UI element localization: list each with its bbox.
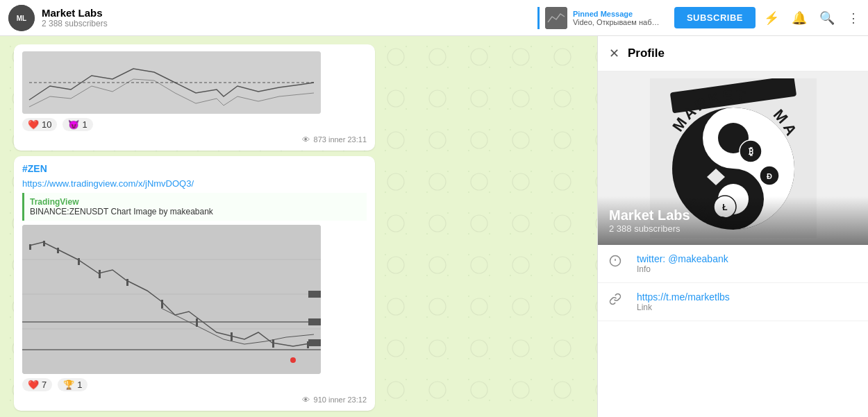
preview-source: TradingView (30, 197, 361, 207)
eye-icon-1: 👁 (302, 135, 310, 144)
preview-title: BINANCE:ZENUSDT Chart Image by makeabank (30, 207, 361, 216)
close-icon[interactable]: ✕ (609, 46, 619, 61)
reactions-1: ❤️ 10 😈 1 (22, 118, 367, 131)
svg-text:Ð: Ð (767, 172, 772, 180)
svg-rect-17 (161, 300, 163, 308)
svg-rect-18 (196, 318, 198, 327)
svg-text:ML: ML (17, 15, 26, 22)
reaction-emoji-2: ❤️ (28, 380, 39, 390)
reaction-emoji-1: ❤️ (28, 119, 39, 130)
pinned-text: Video, Открываем набор до 1... (573, 18, 663, 26)
profile-panel: ✕ Profile (597, 36, 868, 417)
chart-image-2 (22, 225, 321, 374)
svg-rect-25 (308, 339, 321, 346)
pinned-message[interactable]: Pinned Message Video, Открываем набор до… (537, 7, 663, 29)
link-value[interactable]: https://t.me/marketlbs (637, 291, 857, 303)
profile-info: twitter: @makeabank Info https://t.me/ma… (598, 245, 868, 321)
link-info-row: https://t.me/marketlbs Link (598, 283, 868, 321)
view-count-2: 910 (314, 395, 326, 404)
message-meta-2: 👁 910 inner 23:12 (22, 395, 367, 404)
message-block-1: ❤️ 10 😈 1 👁 873 inner 23:11 (14, 44, 375, 151)
channel-avatar: ML (8, 5, 35, 31)
svg-rect-20 (272, 339, 274, 348)
message-link[interactable]: https://www.tradingview.com/x/jNmvDOQ3/ (22, 178, 367, 189)
message-label-1: inner (328, 135, 345, 144)
info-label: Info (637, 264, 857, 274)
subscribe-button[interactable]: SUBSCRIBE (674, 7, 756, 28)
eye-icon-2: 👁 (302, 395, 310, 404)
reaction-count-1: 10 (42, 119, 51, 130)
message-hashtag: #ZEN (22, 163, 367, 174)
search-icon[interactable]: 🔍 (819, 10, 835, 26)
profile-channel-name: Market Labs (609, 207, 857, 223)
pinned-thumbnail (545, 7, 567, 29)
top-header: ML Market Labs 2 388 subscribers Pinned … (0, 0, 868, 36)
svg-rect-14 (78, 258, 80, 265)
view-count-1: 873 (314, 135, 326, 144)
main-layout: ❤️ 10 😈 1 👁 873 inner 23:11 #ZEN https:/… (0, 36, 868, 417)
svg-rect-15 (99, 270, 101, 278)
reactions-2: ❤️ 7 🏆 1 (22, 378, 367, 391)
svg-point-22 (290, 357, 296, 363)
link-icon (609, 293, 628, 308)
svg-rect-16 (126, 279, 128, 286)
channel-name: Market Labs (42, 7, 526, 19)
svg-rect-23 (308, 291, 321, 298)
message-label-2: inner (328, 395, 345, 404)
chat-area: ❤️ 10 😈 1 👁 873 inner 23:11 #ZEN https:/… (0, 36, 597, 417)
twitter-info-row: twitter: @makeabank Info (598, 245, 868, 283)
preview-box: TradingView BINANCE:ZENUSDT Chart Image … (22, 193, 367, 221)
svg-text:₿: ₿ (748, 146, 753, 157)
twitter-label: twitter: (637, 253, 668, 264)
svg-rect-5 (22, 225, 321, 374)
svg-rect-24 (308, 318, 321, 325)
svg-rect-12 (43, 241, 45, 246)
info-icon (609, 255, 628, 270)
message-time-1: 23:11 (347, 135, 367, 144)
bell-icon[interactable]: 🔔 (792, 10, 807, 26)
link-label: Link (637, 303, 857, 312)
reaction-heart-2[interactable]: ❤️ 7 (22, 378, 52, 391)
channel-info: Market Labs 2 388 subscribers (42, 7, 526, 28)
profile-name-overlay: Market Labs 2 388 subscribers (598, 196, 868, 245)
reaction-count-devil: 1 (82, 119, 87, 130)
message-time-2: 23:12 (347, 395, 367, 404)
svg-rect-11 (29, 244, 31, 250)
profile-header: ✕ Profile (598, 36, 868, 71)
reaction-trophy[interactable]: 🏆 1 (58, 378, 87, 391)
header-icons: ⚡ 🔔 🔍 ⋮ (764, 10, 860, 26)
profile-subscribers: 2 388 subscribers (609, 223, 857, 234)
reaction-emoji-devil: 😈 (68, 119, 79, 130)
message-block-2: #ZEN https://www.tradingview.com/x/jNmvD… (14, 156, 375, 411)
svg-rect-19 (231, 332, 233, 341)
twitter-value: twitter: @makeabank (637, 253, 857, 264)
svg-rect-2 (545, 7, 567, 29)
twitter-handle[interactable]: @makeabank (668, 253, 728, 264)
reaction-count-trophy: 1 (77, 380, 82, 390)
chart-image-1 (22, 51, 321, 114)
channel-subscribers: 2 388 subscribers (42, 19, 526, 28)
reaction-heart-1[interactable]: ❤️ 10 (22, 118, 57, 131)
reaction-count-2: 7 (42, 380, 47, 390)
reaction-devil-1[interactable]: 😈 1 (62, 118, 92, 131)
message-meta-1: 👁 873 inner 23:11 (22, 135, 367, 144)
filter-icon[interactable]: ⚡ (764, 10, 779, 26)
reaction-emoji-trophy: 🏆 (63, 380, 74, 390)
profile-cover: ₿ Ð Ł MARKET (598, 71, 868, 245)
pinned-label: Pinned Message (573, 10, 663, 18)
svg-rect-13 (57, 248, 59, 253)
more-icon[interactable]: ⋮ (847, 10, 860, 26)
profile-title: Profile (628, 46, 665, 60)
